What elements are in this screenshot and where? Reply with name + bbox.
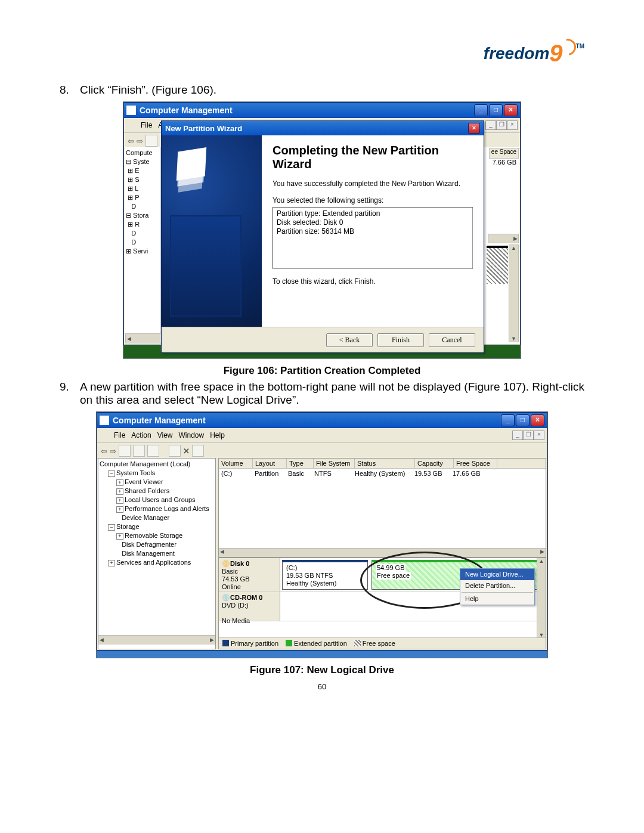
maximize-button[interactable]: □ <box>516 414 530 426</box>
delete-icon[interactable]: ✕ <box>183 447 190 456</box>
vertical-scrollbar[interactable]: ▲▼ <box>509 244 519 342</box>
disk-0-info[interactable]: 📀Disk 0 Basic 74.53 GB Online <box>219 558 280 592</box>
forward-icon[interactable]: ⇨ <box>137 137 143 145</box>
unallocated-indicator <box>487 246 508 284</box>
partition-c[interactable]: (C:) 19.53 GB NTFS Healthy (System) <box>282 560 368 590</box>
free-space-partition[interactable]: 54.99 GB Free space New Logical Drive...… <box>371 560 544 590</box>
tree-disk-management[interactable]: Disk Management <box>122 550 175 557</box>
col-capacity[interactable]: Capacity <box>415 459 454 468</box>
up-icon[interactable] <box>119 445 131 457</box>
mdi-close-button[interactable]: × <box>507 120 518 130</box>
horizontal-scrollbar[interactable] <box>488 234 519 243</box>
disk-0-row: 📀Disk 0 Basic 74.53 GB Online (C:) 19.53… <box>219 558 546 592</box>
nav-tree[interactable]: Computer Management (Local) −System Tool… <box>98 458 216 649</box>
properties-icon[interactable] <box>133 445 145 457</box>
page-number: 60 <box>60 682 584 691</box>
volume-list-scrollbar[interactable] <box>219 548 546 557</box>
legend-extended: Extended partition <box>294 640 347 647</box>
menu-help[interactable]: Help <box>210 431 225 439</box>
volume-row-c[interactable]: (C:) Partition Basic NTFS Healthy (Syste… <box>219 469 546 478</box>
figure-107-caption: Figure 107: New Logical Drive <box>60 664 584 676</box>
cancel-button[interactable]: Cancel <box>429 333 475 347</box>
menu-delete-partition[interactable]: Delete Partition... <box>460 580 534 592</box>
finish-button[interactable]: Finish <box>377 333 424 347</box>
server-icon <box>170 215 242 317</box>
disk-graphical-view: 📀Disk 0 Basic 74.53 GB Online (C:) 19.53… <box>218 558 546 649</box>
forward-icon[interactable]: ⇨ <box>110 447 116 456</box>
minimize-button[interactable]: _ <box>501 414 515 426</box>
export-icon[interactable] <box>192 445 204 457</box>
legend-primary: Primary partition <box>231 640 278 647</box>
wizard-title: New Partition Wizard <box>165 124 242 133</box>
wizard-close-message: To close this wizard, click Finish. <box>273 277 473 286</box>
menu-action[interactable]: Action <box>131 431 151 439</box>
context-menu: New Logical Drive... Delete Partition...… <box>460 568 535 605</box>
tree-shared-folders[interactable]: Shared Folders <box>125 487 169 494</box>
back-icon[interactable]: ⇦ <box>128 137 134 145</box>
col-filesystem[interactable]: File System <box>314 459 355 468</box>
menu-view[interactable]: View <box>157 431 173 439</box>
menu-new-logical-drive[interactable]: New Logical Drive... <box>460 569 534 580</box>
tree-device-manager[interactable]: Device Manager <box>122 514 169 521</box>
app-icon <box>126 106 136 115</box>
maximize-button[interactable]: □ <box>489 104 503 116</box>
menu-bar: File Action View Window Help _ ❐ × <box>97 428 547 443</box>
nav-tree[interactable]: Compute ⊟ Syste ⊞ E ⊞ S ⊞ L ⊞ P D ⊟ Stor… <box>125 147 161 344</box>
back-button[interactable]: < Back <box>326 333 373 347</box>
column-header-free-space[interactable]: ee Space <box>489 148 519 159</box>
disk-vertical-scrollbar[interactable]: ▲▼ <box>537 558 546 638</box>
tree-system-tools[interactable]: System Tools <box>116 469 155 476</box>
figure-107-screenshot: Computer Management _ □ × File Action Vi… <box>96 411 548 658</box>
mdi-window-buttons: _ ❐ × <box>512 431 544 440</box>
menu-help[interactable]: Help <box>460 593 534 605</box>
mdi-close-button[interactable]: × <box>534 431 544 440</box>
toolbar-icon[interactable] <box>145 135 157 147</box>
cdrom-info[interactable]: 💿CD-ROM 0 DVD (D:) No Media <box>219 592 280 621</box>
mdi-restore-button[interactable]: ❐ <box>496 120 507 130</box>
tree-services-apps[interactable]: Services and Applications <box>116 559 191 566</box>
window-title: Computer Management <box>140 106 233 115</box>
close-button[interactable]: × <box>504 104 518 116</box>
minimize-button[interactable]: _ <box>474 104 488 116</box>
col-volume[interactable]: Volume <box>219 459 253 468</box>
back-icon[interactable]: ⇦ <box>101 447 107 456</box>
help-icon[interactable] <box>169 445 181 457</box>
mdi-restore-button[interactable]: ❐ <box>523 431 534 440</box>
wizard-heading: Completing the New Partition Wizard <box>273 144 473 171</box>
menu-file[interactable]: File <box>114 431 125 439</box>
tree-local-users[interactable]: Local Users and Groups <box>125 496 196 503</box>
tree-storage[interactable]: Storage <box>116 523 140 530</box>
cm-titlebar[interactable]: Computer Management _ □ × <box>124 103 520 118</box>
disk-icon <box>177 147 206 181</box>
tree-disk-defragmenter[interactable]: Disk Defragmenter <box>122 541 177 548</box>
cm-titlebar[interactable]: Computer Management _ □ × <box>97 413 547 428</box>
step-9: 9. A new partition with free space in th… <box>60 380 584 407</box>
mdi-icon <box>100 431 108 439</box>
wizard-titlebar[interactable]: New Partition Wizard × <box>162 121 484 135</box>
menu-file[interactable]: File <box>141 121 152 129</box>
tree-perf-logs[interactable]: Performance Logs and Alerts <box>125 505 209 512</box>
new-partition-wizard-dialog: New Partition Wizard × Completing the Ne… <box>161 120 484 353</box>
tree-removable-storage[interactable]: Removable Storage <box>125 532 182 539</box>
col-layout[interactable]: Layout <box>253 459 287 468</box>
mdi-icon <box>126 121 135 129</box>
col-type[interactable]: Type <box>287 459 314 468</box>
step-number: 8. <box>60 83 80 97</box>
tree-scrollbar[interactable]: ◀▶ <box>98 635 215 645</box>
col-status[interactable]: Status <box>355 459 415 468</box>
step-text: A new partition with free space in the b… <box>80 380 584 407</box>
free-space-value: 7.66 GB <box>493 159 516 166</box>
mdi-minimize-button[interactable]: _ <box>485 120 496 130</box>
wizard-close-button[interactable]: × <box>468 123 480 134</box>
volume-list[interactable]: Volume Layout Type File System Status Ca… <box>218 458 546 558</box>
col-free-space[interactable]: Free Space <box>454 459 497 468</box>
tree-event-viewer[interactable]: Event Viewer <box>125 478 163 485</box>
brand-logo: freedom9TM <box>484 39 584 67</box>
close-button[interactable]: × <box>531 414 544 426</box>
menu-window[interactable]: Window <box>179 431 205 439</box>
refresh-icon[interactable] <box>147 445 159 457</box>
toolbar: ⇦ ⇨ ✕ <box>97 443 547 459</box>
wizard-success-message: You have successfully completed the New … <box>273 179 473 188</box>
tree-root[interactable]: Computer Management (Local) <box>100 460 214 469</box>
mdi-minimize-button[interactable]: _ <box>512 431 523 440</box>
